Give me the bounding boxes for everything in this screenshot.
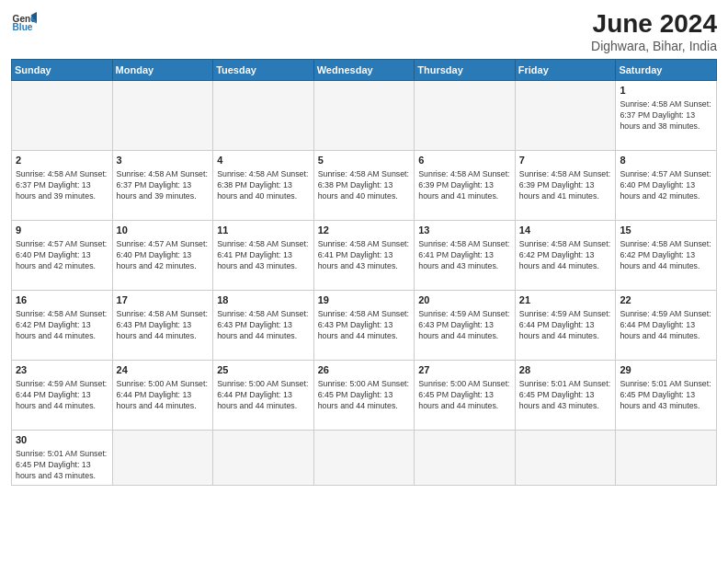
logo: General Blue [11, 9, 37, 35]
calendar-cell: 1Sunrise: 4:58 AM Sunset: 6:37 PM Daylig… [616, 81, 717, 151]
date-number: 28 [519, 363, 612, 377]
calendar-cell: 22Sunrise: 4:59 AM Sunset: 6:44 PM Dayli… [616, 291, 717, 361]
date-number: 16 [16, 293, 108, 307]
weekday-header-row: Sunday Monday Tuesday Wednesday Thursday… [12, 60, 717, 81]
calendar-table: Sunday Monday Tuesday Wednesday Thursday… [11, 59, 717, 486]
date-number: 15 [620, 224, 712, 237]
day-info: Sunrise: 5:00 AM Sunset: 6:45 PM Dayligh… [318, 379, 411, 412]
calendar-cell [213, 81, 314, 151]
calendar-cell: 19Sunrise: 4:58 AM Sunset: 6:43 PM Dayli… [313, 291, 415, 361]
calendar-cell [616, 431, 717, 486]
day-info: Sunrise: 5:00 AM Sunset: 6:45 PM Dayligh… [418, 379, 511, 412]
date-number: 20 [418, 293, 511, 307]
calendar-title: June 2024 [591, 9, 717, 39]
calendar-cell: 21Sunrise: 4:59 AM Sunset: 6:44 PM Dayli… [515, 291, 616, 361]
date-number: 17 [117, 293, 210, 307]
calendar-cell: 12Sunrise: 4:58 AM Sunset: 6:41 PM Dayli… [313, 221, 415, 291]
date-number: 9 [16, 224, 108, 237]
date-number: 22 [620, 293, 712, 307]
day-info: Sunrise: 4:58 AM Sunset: 6:37 PM Dayligh… [620, 99, 712, 132]
date-number: 27 [418, 363, 511, 377]
calendar-week-row: 9Sunrise: 4:57 AM Sunset: 6:40 PM Daylig… [12, 221, 717, 291]
calendar-cell: 14Sunrise: 4:58 AM Sunset: 6:42 PM Dayli… [515, 221, 616, 291]
calendar-subtitle: Dighwara, Bihar, India [591, 39, 717, 53]
svg-text:Blue: Blue [13, 22, 33, 32]
day-info: Sunrise: 5:01 AM Sunset: 6:45 PM Dayligh… [620, 379, 712, 412]
date-number: 11 [217, 224, 310, 237]
day-info: Sunrise: 4:58 AM Sunset: 6:42 PM Dayligh… [620, 239, 712, 272]
day-info: Sunrise: 4:59 AM Sunset: 6:44 PM Dayligh… [519, 309, 612, 342]
header-friday: Friday [515, 60, 616, 81]
date-number: 12 [318, 224, 411, 237]
calendar-cell: 10Sunrise: 4:57 AM Sunset: 6:40 PM Dayli… [112, 221, 213, 291]
header-saturday: Saturday [616, 60, 717, 81]
calendar-cell [112, 81, 213, 151]
calendar-cell: 15Sunrise: 4:58 AM Sunset: 6:42 PM Dayli… [616, 221, 717, 291]
calendar-cell: 13Sunrise: 4:58 AM Sunset: 6:41 PM Dayli… [415, 221, 516, 291]
logo-icon: General Blue [11, 9, 37, 35]
calendar-cell: 30Sunrise: 5:01 AM Sunset: 6:45 PM Dayli… [12, 431, 113, 486]
date-number: 10 [117, 224, 210, 237]
day-info: Sunrise: 5:01 AM Sunset: 6:45 PM Dayligh… [519, 379, 612, 412]
day-info: Sunrise: 4:58 AM Sunset: 6:43 PM Dayligh… [117, 309, 210, 342]
calendar-cell: 29Sunrise: 5:01 AM Sunset: 6:45 PM Dayli… [616, 361, 717, 431]
day-info: Sunrise: 5:00 AM Sunset: 6:44 PM Dayligh… [117, 379, 210, 412]
title-block: June 2024 Dighwara, Bihar, India [591, 9, 717, 53]
calendar-week-row: 1Sunrise: 4:58 AM Sunset: 6:37 PM Daylig… [12, 81, 717, 151]
calendar-cell: 16Sunrise: 4:58 AM Sunset: 6:42 PM Dayli… [12, 291, 113, 361]
calendar-cell [515, 431, 616, 486]
day-info: Sunrise: 4:58 AM Sunset: 6:38 PM Dayligh… [217, 169, 310, 202]
calendar-cell [213, 431, 314, 486]
day-info: Sunrise: 5:00 AM Sunset: 6:44 PM Dayligh… [217, 379, 310, 412]
date-number: 2 [16, 154, 108, 167]
day-info: Sunrise: 4:58 AM Sunset: 6:41 PM Dayligh… [217, 239, 310, 272]
calendar-cell [313, 431, 415, 486]
date-number: 25 [217, 363, 310, 377]
date-number: 1 [620, 84, 712, 98]
day-info: Sunrise: 4:58 AM Sunset: 6:37 PM Dayligh… [117, 169, 210, 202]
calendar-week-row: 23Sunrise: 4:59 AM Sunset: 6:44 PM Dayli… [12, 361, 717, 431]
date-number: 5 [318, 154, 411, 167]
day-info: Sunrise: 4:59 AM Sunset: 6:43 PM Dayligh… [418, 309, 511, 342]
calendar-cell: 27Sunrise: 5:00 AM Sunset: 6:45 PM Dayli… [415, 361, 516, 431]
header-thursday: Thursday [415, 60, 516, 81]
date-number: 24 [117, 363, 210, 377]
calendar-cell [313, 81, 415, 151]
header-tuesday: Tuesday [213, 60, 314, 81]
calendar-week-row: 30Sunrise: 5:01 AM Sunset: 6:45 PM Dayli… [12, 431, 717, 486]
day-info: Sunrise: 4:58 AM Sunset: 6:41 PM Dayligh… [318, 239, 411, 272]
date-number: 4 [217, 154, 310, 167]
day-info: Sunrise: 4:58 AM Sunset: 6:37 PM Dayligh… [16, 169, 108, 202]
day-info: Sunrise: 4:58 AM Sunset: 6:43 PM Dayligh… [217, 309, 310, 342]
header-wednesday: Wednesday [313, 60, 415, 81]
calendar-cell: 23Sunrise: 4:59 AM Sunset: 6:44 PM Dayli… [12, 361, 113, 431]
day-info: Sunrise: 4:58 AM Sunset: 6:39 PM Dayligh… [519, 169, 612, 202]
day-info: Sunrise: 4:59 AM Sunset: 6:44 PM Dayligh… [16, 379, 108, 412]
page: General Blue June 2024 Dighwara, Bihar, … [0, 0, 728, 563]
date-number: 19 [318, 293, 411, 307]
day-info: Sunrise: 4:57 AM Sunset: 6:40 PM Dayligh… [117, 239, 210, 272]
calendar-week-row: 2Sunrise: 4:58 AM Sunset: 6:37 PM Daylig… [12, 151, 717, 221]
calendar-cell: 11Sunrise: 4:58 AM Sunset: 6:41 PM Dayli… [213, 221, 314, 291]
date-number: 30 [16, 433, 108, 447]
calendar-cell: 26Sunrise: 5:00 AM Sunset: 6:45 PM Dayli… [313, 361, 415, 431]
date-number: 23 [16, 363, 108, 377]
calendar-cell [12, 81, 113, 151]
day-info: Sunrise: 4:58 AM Sunset: 6:41 PM Dayligh… [418, 239, 511, 272]
day-info: Sunrise: 4:58 AM Sunset: 6:42 PM Dayligh… [16, 309, 108, 342]
calendar-cell: 25Sunrise: 5:00 AM Sunset: 6:44 PM Dayli… [213, 361, 314, 431]
date-number: 3 [117, 154, 210, 167]
day-info: Sunrise: 4:59 AM Sunset: 6:44 PM Dayligh… [620, 309, 712, 342]
calendar-cell: 3Sunrise: 4:58 AM Sunset: 6:37 PM Daylig… [112, 151, 213, 221]
date-number: 26 [318, 363, 411, 377]
calendar-cell: 24Sunrise: 5:00 AM Sunset: 6:44 PM Dayli… [112, 361, 213, 431]
date-number: 13 [418, 224, 511, 237]
calendar-cell: 8Sunrise: 4:57 AM Sunset: 6:40 PM Daylig… [616, 151, 717, 221]
calendar-cell [415, 81, 516, 151]
day-info: Sunrise: 4:57 AM Sunset: 6:40 PM Dayligh… [16, 239, 108, 272]
header-sunday: Sunday [12, 60, 113, 81]
calendar-cell: 17Sunrise: 4:58 AM Sunset: 6:43 PM Dayli… [112, 291, 213, 361]
date-number: 8 [620, 154, 712, 167]
calendar-cell: 4Sunrise: 4:58 AM Sunset: 6:38 PM Daylig… [213, 151, 314, 221]
calendar-cell: 9Sunrise: 4:57 AM Sunset: 6:40 PM Daylig… [12, 221, 113, 291]
